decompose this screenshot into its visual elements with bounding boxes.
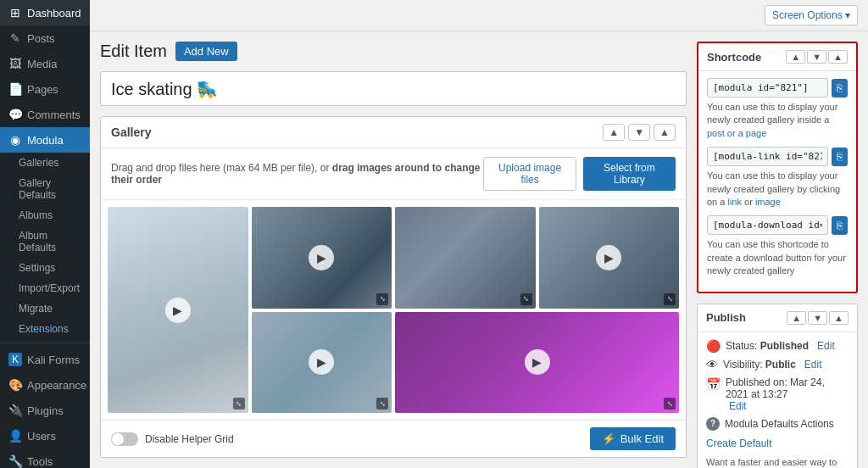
shortcode-input-row-2: ⎘: [707, 147, 848, 166]
copy-shortcode-download[interactable]: ⎘: [832, 216, 848, 235]
gallery-collapse-down[interactable]: ▼: [628, 124, 650, 141]
publish-content: 🔴 Status: Published Edit 👁 Visibility: P…: [698, 332, 857, 468]
play-icon-3: ▶: [596, 245, 621, 270]
image-cell-hockey2[interactable]: ⤡: [395, 207, 536, 309]
right-panel: Shortcode ▲ ▼ ▲ ⎘ You can use this: [697, 42, 858, 458]
sidebar-item-albums[interactable]: Albums: [0, 205, 90, 226]
sidebar-item-import-export[interactable]: Import/Export: [0, 278, 90, 298]
sidebar-item-dashboard[interactable]: ⊞ Dashboard: [0, 0, 90, 25]
publish-header: Publish ▲ ▼ ▲: [698, 304, 857, 332]
comments-icon: 💬: [8, 108, 22, 121]
sidebar-item-label: Kali Forms: [27, 354, 80, 366]
shortcode-link-link[interactable]: link: [727, 197, 742, 207]
shortcode-desc-2: You can use this to display your newly c…: [707, 170, 848, 209]
resize-handle-4[interactable]: ⤡: [664, 293, 676, 305]
gallery-title: Gallery: [111, 125, 151, 139]
gallery-collapse-up[interactable]: ▲: [603, 124, 625, 141]
item-title-input[interactable]: [100, 71, 687, 106]
sidebar-item-plugins[interactable]: 🔌 Plugins: [0, 398, 90, 423]
add-new-button[interactable]: Add New: [175, 42, 237, 61]
copy-shortcode-basic[interactable]: ⎘: [832, 79, 848, 98]
gallery-controls: ▲ ▼ ▲: [603, 124, 676, 141]
select-from-library-button[interactable]: Select from Library: [583, 157, 676, 191]
bulk-edit-icon: ⚡: [602, 432, 615, 445]
status-icon: 🔴: [706, 339, 721, 353]
publish-collapse-up[interactable]: ▲: [787, 311, 806, 325]
page-title: Edit Item: [100, 42, 167, 61]
sidebar-item-label: Appearance: [27, 379, 86, 392]
shortcode-row-1: ⎘ You can use this to display your newly…: [707, 78, 848, 140]
published-edit-link[interactable]: Edit: [729, 400, 849, 412]
gallery-header: Gallery ▲ ▼ ▲: [101, 117, 686, 148]
image-cell-spin[interactable]: ▶ ⤡: [252, 312, 392, 414]
plugins-icon: 🔌: [8, 404, 22, 417]
modula-icon: ◉: [8, 133, 22, 147]
image-cell-hockey1[interactable]: ▶ ⤡: [252, 207, 392, 309]
sidebar-item-extensions[interactable]: Extensions: [0, 319, 90, 339]
resize-handle-1[interactable]: ⤡: [233, 398, 245, 410]
shortcode-content: ⎘ You can use this to display your newly…: [698, 71, 856, 292]
sidebar-item-kali-forms[interactable]: K Kali Forms: [0, 347, 90, 372]
publish-collapse-down[interactable]: ▼: [808, 311, 827, 325]
shortcode-input-basic[interactable]: [707, 78, 828, 98]
create-default-link[interactable]: Create Default: [706, 437, 849, 449]
publish-controls: ▲ ▼ ▲: [787, 311, 849, 325]
gallery-close[interactable]: ▲: [654, 124, 676, 141]
publish-panel: Publish ▲ ▼ ▲ 🔴 Status: Published Edit 👁: [697, 304, 858, 468]
toggle-knob: [112, 433, 124, 445]
image-cell-purple[interactable]: ▶ ⤡: [395, 312, 679, 414]
sidebar-item-gallery-defaults[interactable]: Gallery Defaults: [0, 173, 90, 205]
shortcode-input-download[interactable]: [707, 215, 828, 235]
topbar: Screen Options ▾: [90, 0, 868, 31]
sidebar-item-modula[interactable]: ◉ Modula: [0, 127, 90, 153]
shortcode-close[interactable]: ▲: [828, 50, 848, 64]
visibility-edit-link[interactable]: Edit: [804, 359, 822, 370]
sidebar-item-migrate[interactable]: Migrate: [0, 298, 90, 319]
shortcode-desc-1: You can use this to display your newly c…: [707, 101, 848, 140]
pages-icon: 📄: [8, 82, 22, 96]
gallery-footer: Disable Helper Grid ⚡ Bulk Edit: [101, 420, 686, 457]
screen-options-button[interactable]: Screen Options ▾: [765, 5, 858, 25]
sidebar-item-pages[interactable]: 📄 Pages: [0, 76, 90, 102]
sidebar-item-appearance[interactable]: 🎨 Appearance: [0, 372, 90, 398]
sidebar-item-label: Dashboard: [27, 7, 81, 20]
resize-handle-6[interactable]: ⤡: [664, 398, 676, 410]
shortcode-input-link[interactable]: [707, 147, 828, 166]
users-icon: 👤: [8, 429, 22, 443]
resize-handle-2[interactable]: ⤡: [376, 293, 388, 305]
shortcode-collapse-down[interactable]: ▼: [807, 50, 826, 64]
upload-images-button[interactable]: Upload image files: [483, 157, 576, 191]
shortcode-link-post[interactable]: post or a page: [707, 128, 766, 138]
image-cell-skater[interactable]: ▶ ⤡: [108, 207, 248, 413]
sidebar-item-label: Modula: [27, 134, 64, 147]
shortcode-link-image[interactable]: image: [755, 197, 781, 207]
shortcode-input-row-3: ⎘: [707, 215, 848, 235]
image-cell-hockey3[interactable]: ▶ ⤡: [539, 207, 680, 309]
sidebar-item-album-defaults[interactable]: Album Defaults: [0, 226, 90, 258]
sidebar-item-label: Comments: [27, 109, 81, 121]
sidebar-item-settings[interactable]: Settings: [0, 258, 90, 278]
gallery-box: Gallery ▲ ▼ ▲ Drag and drop files here (…: [100, 116, 687, 458]
shortcode-row-3: ⎘ You can use this shortcode to create a…: [707, 215, 848, 277]
resize-handle-5[interactable]: ⤡: [376, 398, 388, 410]
sidebar-item-posts[interactable]: ✎ Posts: [0, 25, 90, 51]
status-text: Status: Published: [726, 340, 809, 352]
sidebar-item-galleries[interactable]: Galleries: [0, 153, 90, 173]
kali-icon: K: [8, 353, 22, 366]
publish-close[interactable]: ▲: [829, 311, 849, 325]
resize-handle-3[interactable]: ⤡: [520, 293, 532, 305]
keyboard-tip: Want a faster and easier way to save gal…: [706, 456, 849, 468]
copy-shortcode-link[interactable]: ⎘: [832, 148, 848, 166]
sidebar-item-users[interactable]: 👤 Users: [0, 423, 90, 448]
posts-icon: ✎: [8, 31, 22, 45]
sidebar-item-media[interactable]: 🖼 Media: [0, 51, 90, 76]
content-area: Edit Item Add New Gallery ▲ ▼ ▲ Drag and…: [90, 31, 868, 468]
edit-panel: Edit Item Add New Gallery ▲ ▼ ▲ Drag and…: [100, 42, 687, 458]
sidebar-item-comments[interactable]: 💬 Comments: [0, 102, 90, 127]
bulk-edit-button[interactable]: ⚡ Bulk Edit: [590, 427, 676, 450]
dashboard-icon: ⊞: [8, 6, 22, 20]
status-edit-link[interactable]: Edit: [817, 340, 835, 352]
shortcode-collapse-up[interactable]: ▲: [786, 50, 805, 64]
sidebar-item-tools[interactable]: 🔧 Tools: [0, 448, 90, 468]
toggle-switch[interactable]: [111, 432, 138, 446]
